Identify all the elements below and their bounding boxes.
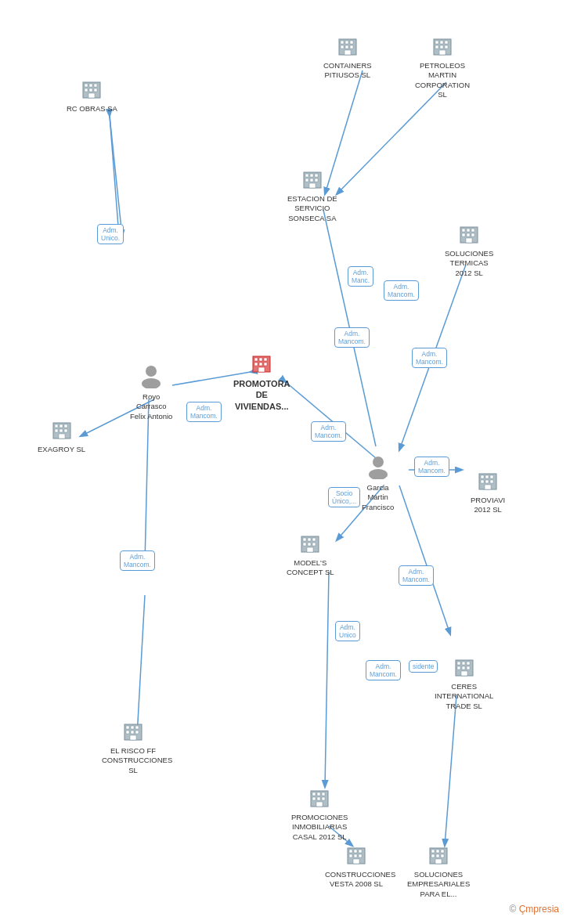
node-construcciones-vesta[interactable]: CONSTRUCCIONESVESTA 2008 SL (325, 844, 388, 890)
node-garcia[interactable]: GarciaMartinFrancisco (362, 453, 394, 512)
svg-rect-29 (55, 429, 58, 432)
svg-line-0 (110, 116, 122, 236)
badge-presidente-ceres[interactable]: sidente (409, 660, 438, 673)
svg-rect-78 (264, 358, 267, 361)
svg-rect-95 (308, 538, 311, 541)
node-petroleos[interactable]: PETROLEOSMARTINCORPORATION SL (411, 35, 474, 99)
node-proviavi[interactable]: PROVIAVI2012 SL (471, 470, 505, 515)
label-promociones: PROMOCIONESINMOBILIARIASCASAL 2012 SL (291, 813, 348, 842)
svg-rect-92 (485, 485, 491, 489)
svg-rect-55 (435, 45, 438, 49)
node-rc-obras[interactable]: RC OBRAS SA (67, 78, 117, 114)
svg-rect-27 (60, 424, 63, 428)
svg-rect-132 (435, 859, 442, 864)
svg-rect-53 (440, 41, 443, 44)
node-estacion[interactable]: ESTACION DESERVICIOSONSECA SA (287, 168, 337, 223)
node-exagroy[interactable]: EXAGROY SL (38, 419, 85, 454)
node-el-risco[interactable]: EL RISCO FFCONSTRUCCIONES SL (102, 720, 164, 775)
label-rc-obras: RC OBRAS SA (67, 104, 117, 114)
badge-socio-unico-garcia[interactable]: SocioÚnico,... (328, 487, 360, 507)
svg-rect-107 (467, 666, 470, 670)
svg-rect-18 (85, 84, 88, 87)
svg-rect-104 (467, 662, 470, 665)
svg-line-16 (445, 695, 456, 846)
svg-rect-61 (310, 174, 313, 177)
svg-rect-73 (471, 233, 474, 236)
svg-rect-127 (436, 850, 439, 853)
badge-adm-mancom-royo[interactable]: Adm.Mancom. (186, 402, 222, 422)
person-icon-royo (137, 362, 165, 390)
svg-rect-64 (310, 179, 313, 182)
node-models-concept[interactable]: MODEL'SCONCEPT SL (287, 532, 334, 578)
badge-adm-mancom-promotora[interactable]: Adm.Mancom. (311, 421, 346, 442)
watermark-brand: Çmpresia (519, 904, 559, 915)
svg-rect-19 (89, 84, 92, 87)
node-royo[interactable]: RoyoCarrascoFelix Antonio (130, 362, 172, 421)
svg-point-84 (369, 469, 388, 479)
svg-rect-49 (350, 45, 353, 49)
building-icon-containers (336, 35, 359, 59)
node-soluciones-empresariales[interactable]: SOLUCIONESEMPRESARIALESPARA EL... (407, 844, 470, 899)
node-soluciones-termicas[interactable]: SOLUCIONESTERMICAS2012 SL (445, 223, 493, 278)
svg-rect-79 (254, 363, 258, 366)
svg-rect-56 (440, 45, 443, 49)
svg-point-42 (142, 378, 161, 388)
svg-line-13 (399, 485, 450, 634)
svg-rect-111 (317, 792, 320, 796)
label-garcia: GarciaMartinFrancisco (362, 483, 394, 512)
person-icon-garcia (364, 453, 392, 481)
svg-rect-131 (441, 854, 444, 857)
building-icon-promociones (308, 787, 331, 810)
svg-rect-35 (131, 726, 134, 729)
svg-rect-110 (312, 792, 316, 796)
svg-rect-34 (126, 726, 129, 729)
label-containers: CONTAINERSPITIUSOS SL (323, 61, 372, 81)
svg-line-14 (325, 572, 329, 787)
label-royo: RoyoCarrascoFelix Antonio (130, 392, 172, 421)
badge-adm-mancom-risco[interactable]: Adm.Mancom. (120, 550, 155, 571)
node-ceres[interactable]: CERESINTERNATIONALTRADE SL (435, 656, 493, 711)
svg-rect-40 (130, 735, 136, 740)
svg-rect-45 (345, 41, 348, 44)
svg-rect-123 (359, 854, 362, 857)
badge-adm-unico-garcia[interactable]: Adm.Unico (335, 621, 360, 641)
svg-rect-94 (303, 538, 306, 541)
svg-rect-115 (322, 797, 325, 800)
svg-rect-87 (485, 475, 489, 478)
svg-rect-90 (485, 480, 489, 483)
svg-rect-71 (462, 233, 465, 236)
svg-rect-39 (135, 731, 139, 734)
label-promotora: PROMOTORADEVIVIENDAS... (233, 378, 290, 412)
node-promotora[interactable]: PROMOTORADEVIVIENDAS... (233, 352, 290, 412)
badge-adm-mancom-termicas[interactable]: Adm.Mancom. (412, 348, 447, 368)
node-promociones[interactable]: PROMOCIONESINMOBILIARIASCASAL 2012 SL (291, 787, 348, 842)
building-icon-ceres (453, 656, 476, 680)
svg-rect-21 (85, 88, 88, 92)
svg-rect-22 (89, 88, 92, 92)
svg-rect-44 (341, 41, 344, 44)
svg-rect-96 (312, 538, 316, 541)
svg-point-41 (146, 366, 157, 377)
svg-rect-54 (445, 41, 448, 44)
svg-rect-105 (457, 666, 460, 670)
badge-adm-mancom-models[interactable]: Adm.Mancom. (399, 565, 434, 586)
badge-adm-mancom-proviavi[interactable]: Adm.Mancom. (414, 457, 449, 477)
svg-rect-37 (126, 731, 129, 734)
badge-adm-unico-1[interactable]: Adm.Unico. (97, 224, 124, 244)
badge-adm-mancom-ceres[interactable]: Adm.Mancom. (366, 660, 401, 680)
svg-rect-46 (350, 41, 353, 44)
svg-rect-23 (94, 88, 97, 92)
svg-rect-91 (490, 480, 493, 483)
badge-adm-manc-estacion1[interactable]: Adm.Manc. (348, 266, 373, 287)
svg-rect-89 (481, 480, 484, 483)
svg-rect-129 (431, 854, 435, 857)
svg-rect-74 (466, 238, 472, 243)
node-containers[interactable]: CONTAINERSPITIUSOS SL (323, 35, 372, 81)
badge-adm-mancom-estacion3[interactable]: Adm.Mancom. (334, 327, 370, 348)
svg-rect-82 (258, 367, 265, 372)
badge-adm-mancom-estacion2[interactable]: Adm.Mancom. (384, 280, 419, 301)
svg-rect-126 (431, 850, 435, 853)
svg-rect-88 (490, 475, 493, 478)
building-icon-rc-obras (80, 78, 103, 102)
label-proviavi: PROVIAVI2012 SL (471, 496, 505, 515)
